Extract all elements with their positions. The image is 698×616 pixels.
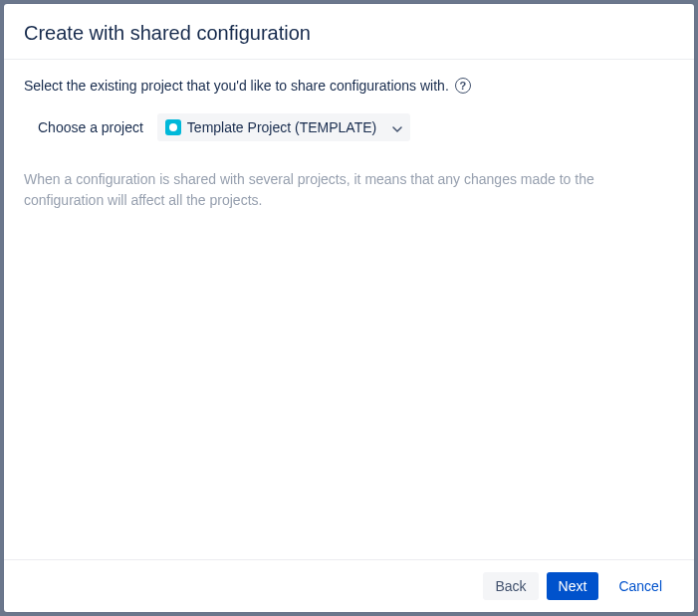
project-selector-label: Choose a project bbox=[38, 119, 143, 135]
project-selector-row: Choose a project Template Project (TEMPL… bbox=[24, 113, 674, 141]
modal-header: Create with shared configuration bbox=[4, 4, 694, 60]
help-icon[interactable]: ? bbox=[455, 78, 471, 94]
modal-footer: Back Next Cancel bbox=[4, 559, 694, 612]
back-button[interactable]: Back bbox=[483, 572, 538, 600]
warning-text: When a configuration is shared with seve… bbox=[24, 169, 674, 211]
instruction-text: Select the existing project that you'd l… bbox=[24, 78, 449, 94]
project-select[interactable]: Template Project (TEMPLATE) bbox=[157, 113, 410, 141]
modal-title: Create with shared configuration bbox=[24, 22, 674, 45]
chevron-down-icon bbox=[392, 118, 402, 136]
shared-config-modal: Create with shared configuration Select … bbox=[4, 4, 694, 612]
cancel-button[interactable]: Cancel bbox=[606, 572, 674, 600]
instruction-row: Select the existing project that you'd l… bbox=[24, 78, 674, 94]
next-button[interactable]: Next bbox=[547, 572, 599, 600]
modal-body: Select the existing project that you'd l… bbox=[4, 60, 694, 559]
project-avatar-icon bbox=[165, 119, 181, 135]
selected-project-name: Template Project (TEMPLATE) bbox=[187, 119, 376, 135]
